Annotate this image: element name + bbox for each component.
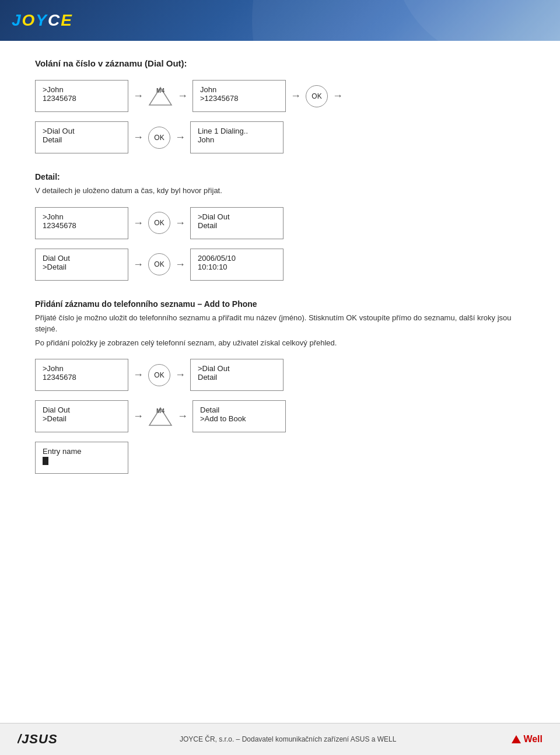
screen-dialout-2: >Dial Out Detail: [190, 207, 284, 239]
screen-dialout-detail: Dial Out >Detail: [35, 249, 128, 281]
screen-john-3: >John 12345678: [35, 359, 128, 391]
footer: /JSUS JOYCE ČR, s.r.o. – Dodavatel komun…: [0, 723, 560, 755]
screen-entry-name: Entry name: [35, 442, 128, 474]
detail-label: Detail:: [35, 172, 525, 181]
arrow-3: →: [290, 90, 301, 102]
svg-text:/JSUS: /JSUS: [18, 732, 58, 746]
flow-row-4: Dial Out >Detail → OK → 2006/05/10 10:10…: [35, 249, 525, 281]
flow-row-3: >John 12345678 → OK → >Dial Out Detail: [35, 207, 525, 239]
ok-button-2[interactable]: OK: [148, 127, 170, 149]
arrow-2: →: [177, 90, 188, 102]
ok-button-4[interactable]: OK: [148, 253, 170, 275]
flow-row-5: >John 12345678 → OK → >Dial Out Detail: [35, 359, 525, 391]
screen-dialout-1: >Dial Out Detail: [35, 121, 128, 153]
arrow-13: →: [133, 410, 144, 422]
ok-button-3[interactable]: OK: [148, 212, 170, 234]
section2-desc2: Po přidání položky je zobrazen celý tele…: [35, 337, 525, 349]
step-group-3: >John 12345678 → OK → >Dial Out Detail D…: [35, 359, 525, 478]
header: JOYCE: [0, 0, 560, 41]
section1-title: Volání na číslo v záznamu (Dial Out):: [35, 58, 525, 68]
screen-john-1: >John 12345678: [35, 80, 128, 112]
arrow-6: →: [175, 131, 186, 144]
arrow-7: →: [133, 217, 144, 229]
arrow-11: →: [133, 369, 144, 381]
flow-row-7: Entry name: [35, 442, 525, 474]
arrow-1: →: [133, 90, 144, 102]
ok-button-1[interactable]: OK: [306, 85, 328, 107]
ok-button-5[interactable]: OK: [148, 364, 170, 386]
arrow-4: →: [332, 90, 343, 102]
main-content: Volání na číslo v záznamu (Dial Out): >J…: [0, 41, 560, 510]
detail-desc: V detailech je uloženo datum a čas, kdy …: [35, 185, 525, 197]
screen-john-2: >John 12345678: [35, 207, 128, 239]
screen-line-dialing: Line 1 Dialing.. John: [190, 121, 284, 153]
arrow-10: →: [175, 258, 186, 271]
m4-button-1[interactable]: M4: [148, 85, 173, 107]
flow-row-6: Dial Out >Detail → M4 → Detail >Add to B…: [35, 400, 525, 432]
arrow-9: →: [133, 258, 144, 271]
well-triangle-icon: [512, 735, 521, 743]
well-logo: Well: [512, 734, 542, 744]
screen-datetime: 2006/05/10 10:10:10: [190, 249, 284, 281]
section2-desc1: Přijaté číslo je možno uložit do telefon…: [35, 312, 525, 335]
footer-text: JOYCE ČR, s.r.o. – Dodavatel komunikační…: [180, 735, 397, 743]
step-group-2: >John 12345678 → OK → >Dial Out Detail D…: [35, 207, 525, 285]
arrow-8: →: [175, 217, 186, 229]
arrow-5: →: [133, 131, 144, 144]
screen-dialout-3: >Dial Out Detail: [190, 359, 284, 391]
screen-dialout-detail2: Dial Out >Detail: [35, 400, 128, 432]
arrow-14: →: [177, 410, 188, 422]
cursor: [43, 457, 48, 465]
flow-row-1: >John 12345678 → M4 → John >12345678 → O…: [35, 80, 525, 112]
logo: JOYCE: [12, 11, 73, 30]
arrow-12: →: [175, 369, 186, 381]
section2-title: Přidání záznamu do telefonního seznamu –…: [35, 299, 525, 309]
screen-john-name: John >12345678: [192, 80, 286, 112]
asus-logo: /JSUS: [18, 729, 64, 750]
flow-row-2: >Dial Out Detail → OK → Line 1 Dialing..…: [35, 121, 525, 153]
m4-button-2[interactable]: M4: [148, 406, 173, 428]
step-group-1: >John 12345678 → M4 → John >12345678 → O…: [35, 80, 525, 158]
screen-detail-addtobook: Detail >Add to Book: [192, 400, 286, 432]
